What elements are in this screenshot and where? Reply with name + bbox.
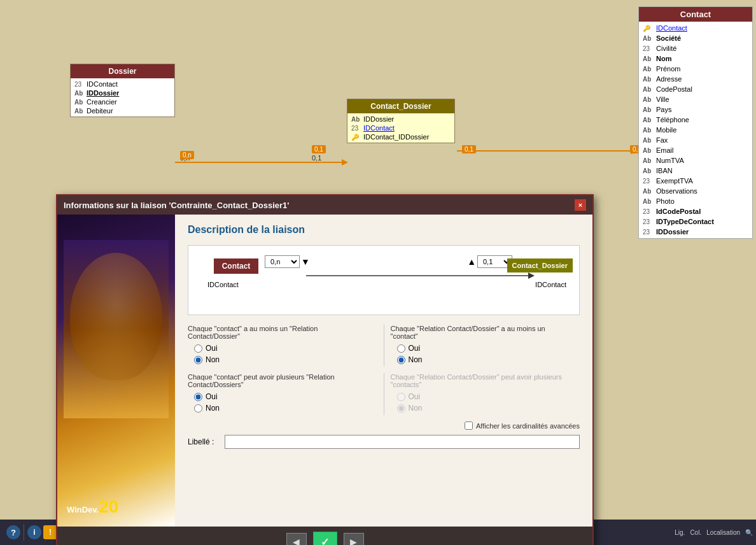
field-name: Creancier — [87, 98, 117, 106]
radio-row-oui[interactable]: Oui — [194, 344, 377, 353]
field-name: ExemptTVA — [656, 177, 693, 185]
vertical-divider-2 — [384, 373, 384, 415]
modal-titlebar: Informations sur la liaison 'Contrainte_… — [57, 195, 592, 215]
radio-multi-non-left[interactable] — [194, 404, 202, 413]
table-row: 23 IDContact — [71, 80, 174, 88]
contact-dossier-table: Contact_Dossier Ab IDDossier 23 IDContac… — [347, 99, 455, 143]
field-name: Ville — [656, 96, 669, 103]
field-icon-23: 23 — [643, 229, 654, 236]
field-name: Adresse — [656, 75, 682, 83]
field-name: IDDossier — [87, 89, 119, 97]
field-icon-23: 23 — [643, 218, 654, 225]
taskbar-help-button[interactable]: ? — [6, 525, 20, 539]
field-icon-ab: Ab — [643, 96, 654, 103]
table-row: Ab CodePostal — [639, 84, 752, 94]
taskbar-col-info: Lig. Col. Localisation 🔍 — [675, 529, 753, 536]
table-row: Ab Email — [639, 145, 752, 155]
radio-oui-right[interactable] — [397, 344, 405, 353]
radio-group-multi-left: Oui Non — [194, 392, 377, 413]
erd-cd-box: Contact_Dossier — [507, 258, 573, 272]
modal-sidebar-image: WinDev.20 — [57, 215, 175, 527]
radio-multi-non-right — [397, 404, 405, 413]
radio-label-non: Non — [206, 355, 220, 364]
table-row: Ab IDDossier — [71, 88, 174, 97]
modal-erd: Contact IDContact 0,n 1,n 0,1 1,1 ▼ — [188, 245, 580, 315]
field-name: IDContact — [87, 80, 118, 88]
table-row: Ab Téléphone — [639, 115, 752, 125]
modal-ok-button[interactable]: ✓ — [313, 532, 337, 545]
card-box-mid: 0,1 — [312, 145, 326, 153]
cardinality-multi-section: Chaque "contact" peut avoir plusieurs "R… — [188, 373, 580, 415]
field-icon-ab: Ab — [643, 188, 654, 195]
radio-label-non-right: Non — [409, 355, 423, 364]
cardinality-section: Chaque "contact" a au moins un "Relation… — [188, 325, 580, 367]
field-icon-ab: Ab — [643, 55, 654, 62]
modal-next-button[interactable]: ▶ — [344, 533, 364, 545]
table-row: Ab Ville — [639, 94, 752, 104]
field-name: Pays — [656, 106, 671, 113]
field-icon-ab: Ab — [643, 86, 654, 93]
table-row: 23 Civilité — [639, 43, 752, 53]
contact-panel: Contact 🔑 IDContact Ab Société 23 Civili… — [638, 6, 753, 239]
table-row: Ab Fax — [639, 135, 752, 145]
table-row: Ab Mobile — [639, 125, 752, 135]
radio-multi-oui-left[interactable] — [194, 393, 202, 401]
radio-oui-left[interactable] — [194, 344, 202, 353]
advanced-checkbox[interactable] — [465, 421, 473, 430]
radio-row-multi-non[interactable]: Non — [194, 404, 377, 413]
radio-row-multi-oui[interactable]: Oui — [194, 392, 377, 401]
table-row: Ab NumTVA — [639, 155, 752, 166]
card-dossier-right: 0,1 — [312, 154, 321, 162]
libelle-input[interactable] — [225, 435, 580, 449]
card-label-left: Chaque "contact" a au moins un "Relation… — [188, 325, 366, 340]
radio-row-non-right[interactable]: Non — [397, 355, 580, 364]
modal-prev-button[interactable]: ◀ — [286, 533, 307, 545]
radio-row-oui-right[interactable]: Oui — [397, 344, 580, 353]
field-icon-ab: Ab — [351, 116, 361, 123]
field-icon-ab: Ab — [643, 147, 654, 154]
modal-main: Description de la liaison Contact IDCont… — [175, 215, 592, 527]
radio-non-right[interactable] — [397, 356, 405, 364]
field-icon-key: 🔑 — [643, 25, 654, 32]
radio-group-left-min: Oui Non — [194, 344, 377, 364]
modal-close-button[interactable]: × — [575, 199, 586, 211]
radio-row-non[interactable]: Non — [194, 355, 377, 364]
taskbar-right: Lig. Col. Localisation 🔍 — [675, 529, 753, 536]
erd-card-right[interactable]: ▲ 0,1 1,1 0,n 1,n — [467, 255, 512, 268]
table-row: 23 IDDossier — [639, 227, 752, 237]
field-name: Civilité — [656, 45, 676, 52]
radio-label-multi-oui: Oui — [206, 392, 218, 401]
modal-content: WinDev.20 Description de la liaison Cont… — [57, 215, 592, 527]
svg-marker-2 — [342, 159, 348, 166]
erd-idcontact-left: IDContact — [207, 281, 239, 288]
table-row: Ab Prénom — [639, 64, 752, 74]
field-icon-ab: Ab — [643, 198, 654, 205]
contact-dossier-header: Contact_Dossier — [347, 99, 454, 113]
taskbar-icon-warn: ! — [43, 525, 57, 539]
radio-label-multi-non-right: Non — [409, 404, 423, 413]
field-icon-ab: Ab — [643, 35, 654, 42]
card-col-right: Chaque "Relation Contact/Dossier" a au m… — [391, 325, 580, 367]
erd-card-left[interactable]: 0,n 1,n 0,1 1,1 ▼ — [265, 255, 310, 268]
table-row: 🔑 IDContact_IDDossier — [347, 132, 454, 141]
field-icon-ab: Ab — [74, 99, 85, 106]
radio-row-multi-non-right: Non — [397, 404, 580, 413]
svg-marker-7 — [528, 272, 535, 279]
field-icon-ab: Ab — [74, 108, 85, 115]
field-icon-ab: Ab — [74, 90, 85, 97]
table-row: Ab Observations — [639, 186, 752, 196]
advanced-checkbox-row[interactable]: Afficher les cardinalités avancées — [188, 421, 580, 430]
radio-non-left[interactable] — [194, 356, 202, 364]
field-icon-ab: Ab — [643, 167, 654, 174]
field-name: Téléphone — [656, 116, 689, 124]
search-icon[interactable]: 🔍 — [745, 529, 753, 536]
contact-dossier-body: Ab IDDossier 23 IDContact 🔑 IDContact_ID… — [347, 113, 454, 143]
card-select-left[interactable]: 0,n 1,n 0,1 1,1 — [265, 255, 300, 268]
table-row: Ab Pays — [639, 104, 752, 115]
radio-multi-oui-right — [397, 393, 405, 401]
field-icon-23: 23 — [643, 45, 654, 52]
field-name: Fax — [656, 136, 668, 144]
card-label-multi-left: Chaque "contact" peut avoir plusieurs "R… — [188, 373, 366, 388]
field-name: Prénom — [656, 65, 681, 73]
vertical-divider — [384, 325, 384, 367]
